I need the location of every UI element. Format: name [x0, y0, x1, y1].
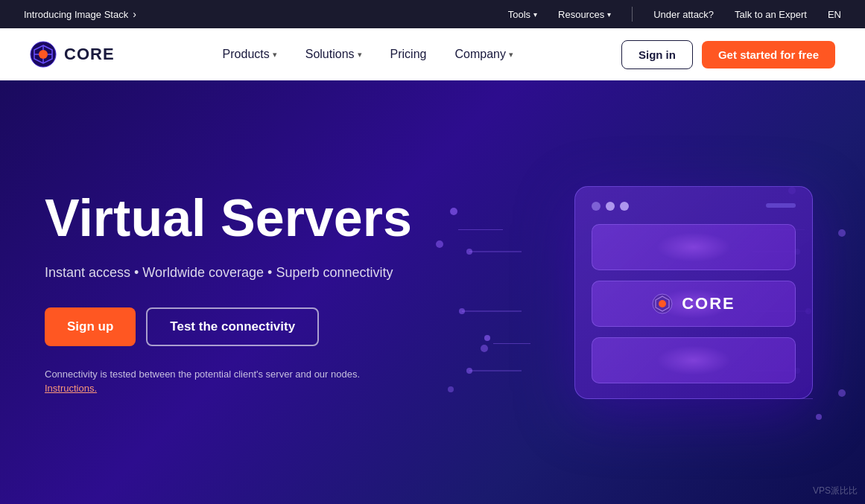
card-line: [766, 203, 796, 208]
resources-chevron-icon: ▾: [607, 10, 611, 19]
core-logo-icon: [30, 41, 57, 68]
card-dots: [592, 202, 796, 211]
getstarted-button[interactable]: Get started for free: [702, 41, 835, 68]
hero-buttons: Sign up Test the connectivity: [45, 307, 477, 346]
products-chevron-icon: ▾: [273, 50, 277, 60]
instructions-link[interactable]: Instructions.: [45, 383, 97, 394]
server-illustration: CORE: [552, 144, 835, 441]
hero-note: Connectivity is tested between the poten…: [45, 367, 477, 396]
topbar: Introducing Image Stack › Tools ▾ Resour…: [0, 0, 865, 28]
nav-company[interactable]: Company ▾: [443, 42, 525, 67]
connectivity-button[interactable]: Test the connectivity: [146, 307, 319, 346]
navbar-logo-text: CORE: [64, 45, 115, 64]
slot-core-text: CORE: [682, 294, 735, 313]
connector-line-3: [493, 343, 530, 344]
svg-point-16: [838, 389, 846, 397]
topbar-right: Tools ▾ Resources ▾ Under attack? Talk t…: [508, 7, 841, 22]
topbar-talk-to-expert[interactable]: Talk to an Expert: [735, 9, 807, 20]
navbar-links: Products ▾ Solutions ▾ Pricing Company ▾: [211, 42, 525, 67]
topbar-tools[interactable]: Tools ▾: [508, 9, 537, 20]
announcement-arrow: ›: [133, 8, 136, 20]
announcement-text: Introducing Image Stack: [24, 9, 128, 20]
dot-3: [620, 202, 629, 211]
hero-title: Virtual Servers: [45, 190, 477, 247]
signup-button[interactable]: Sign up: [45, 307, 136, 346]
tools-chevron-icon: ▾: [533, 10, 537, 19]
dot-1: [592, 202, 601, 211]
topbar-under-attack[interactable]: Under attack?: [653, 9, 714, 20]
svg-point-20: [659, 300, 666, 307]
hero-subtitle: Instant access • Worldwide coverage • Su…: [45, 265, 477, 281]
navbar: CORE Products ▾ Solutions ▾ Pricing Comp…: [0, 28, 865, 80]
topbar-lang[interactable]: EN: [828, 9, 841, 20]
hero-content: Virtual Servers Instant access • Worldwi…: [45, 190, 477, 396]
slot-core-content: CORE: [652, 293, 735, 314]
svg-point-15: [838, 229, 846, 237]
watermark: VPS派比比: [813, 485, 858, 497]
server-slot-bottom: [592, 337, 796, 383]
navbar-actions: Sign in Get started for free: [621, 40, 835, 69]
svg-point-1: [39, 50, 48, 59]
decoration-dot-2: [484, 335, 490, 341]
company-chevron-icon: ▾: [509, 50, 513, 60]
svg-point-18: [481, 345, 488, 352]
nav-solutions[interactable]: Solutions ▾: [294, 42, 374, 67]
topbar-divider: [632, 7, 633, 22]
topbar-resources[interactable]: Resources ▾: [558, 9, 611, 20]
server-card: CORE: [574, 186, 813, 399]
topbar-announcement[interactable]: Introducing Image Stack ›: [24, 8, 136, 20]
signin-button[interactable]: Sign in: [621, 40, 693, 69]
server-slot-top: [592, 224, 796, 270]
slot-core-logo-icon: [652, 293, 673, 314]
dot-2: [606, 202, 615, 211]
nav-products[interactable]: Products ▾: [211, 42, 289, 67]
nav-pricing[interactable]: Pricing: [378, 42, 439, 67]
server-slot-middle: CORE: [592, 281, 796, 327]
solutions-chevron-icon: ▾: [358, 50, 362, 60]
hero-section: Virtual Servers Instant access • Worldwi…: [0, 80, 865, 504]
navbar-logo[interactable]: CORE: [30, 41, 115, 68]
